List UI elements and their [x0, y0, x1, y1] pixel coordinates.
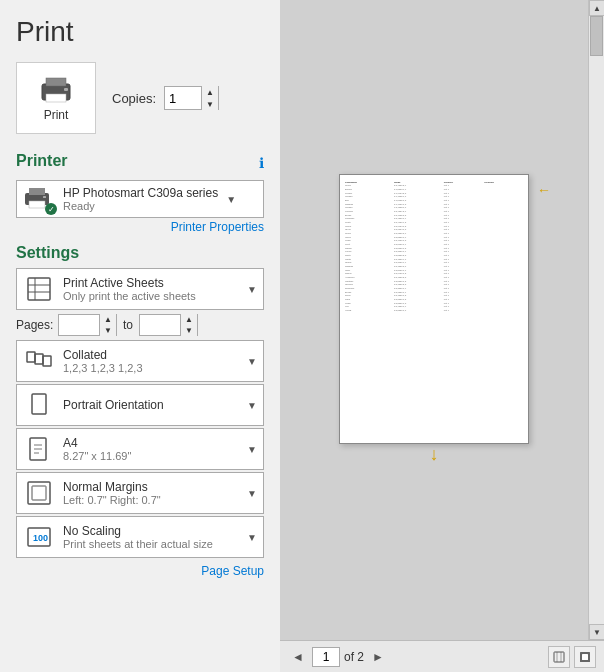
nav-next-btn[interactable]: ► — [368, 647, 388, 667]
setting-print-active-sheets[interactable]: Print Active Sheets Only print the activ… — [16, 268, 264, 310]
pages-from-up[interactable]: ▲ — [100, 314, 116, 325]
right-scrollbar[interactable]: ▲ ▼ — [588, 0, 604, 640]
pages-from-input[interactable] — [59, 318, 99, 332]
copies-spinner: ▲ ▼ — [201, 86, 218, 110]
copies-spin-up[interactable]: ▲ — [202, 86, 218, 98]
svg-rect-15 — [32, 394, 46, 414]
pages-from-wrap: ▲ ▼ — [58, 314, 117, 336]
copies-input[interactable] — [165, 91, 201, 106]
scroll-down-btn[interactable]: ▼ — [589, 624, 604, 640]
fit-page-btn[interactable] — [548, 646, 570, 668]
copies-input-wrap: ▲ ▼ — [164, 86, 219, 110]
scaling-icon: 100 — [23, 521, 55, 553]
printer-ready-badge: ✓ — [45, 203, 57, 215]
printer-name-area: HP Photosmart C309a series Ready — [63, 186, 218, 212]
portrait-text: Portrait Orientation — [63, 398, 239, 412]
collated-sub: 1,2,3 1,2,3 1,2,3 — [63, 362, 239, 374]
arrow-indicator: ← — [537, 182, 551, 198]
scaling-arrow: ▼ — [247, 532, 257, 543]
setting-paper-size[interactable]: A4 8.27" x 11.69" ▼ — [16, 428, 264, 470]
pages-to-label: to — [123, 318, 133, 332]
print-button-label: Print — [44, 108, 69, 122]
print-active-sheets-main: Print Active Sheets — [63, 276, 239, 290]
preview-table: LastName Sales Country Counter Jones9.5,… — [344, 181, 524, 313]
printer-name: HP Photosmart C309a series — [63, 186, 218, 200]
left-panel: Print Print Copies: ▲ ▼ — [0, 0, 280, 672]
scroll-track — [589, 16, 604, 624]
collated-arrow: ▼ — [247, 356, 257, 367]
nav-right — [548, 646, 596, 668]
pages-from-spinner: ▲ ▼ — [99, 314, 116, 336]
svg-text:100: 100 — [33, 533, 48, 543]
print-button[interactable]: Print — [16, 62, 96, 134]
copies-area: Copies: ▲ ▼ — [112, 86, 219, 110]
nav-prev-btn[interactable]: ◄ — [288, 647, 308, 667]
nav-left: ◄ of 2 ► — [288, 647, 388, 667]
preview-wrapper: LastName Sales Country Counter Jones9.5,… — [339, 174, 529, 444]
pages-to-up[interactable]: ▲ — [181, 314, 197, 325]
print-active-sheets-arrow: ▼ — [247, 284, 257, 295]
setting-portrait[interactable]: Portrait Orientation ▼ — [16, 384, 264, 426]
printer-select-dropdown[interactable]: ✓ HP Photosmart C309a series Ready ▼ — [16, 180, 264, 218]
margins-arrow: ▼ — [247, 488, 257, 499]
svg-rect-20 — [28, 482, 50, 504]
svg-rect-3 — [64, 88, 68, 91]
collate-icon — [23, 345, 55, 377]
printer-properties-link[interactable]: Printer Properties — [16, 220, 264, 234]
svg-rect-6 — [29, 201, 45, 208]
down-arrow-indicator: ↓ — [430, 444, 439, 465]
copies-label: Copies: — [112, 91, 156, 106]
copies-spin-down[interactable]: ▼ — [202, 98, 218, 110]
print-active-sheets-text: Print Active Sheets Only print the activ… — [63, 276, 239, 302]
settings-title: Settings — [16, 244, 264, 262]
pages-to-down[interactable]: ▼ — [181, 325, 197, 336]
pages-from-down[interactable]: ▼ — [100, 325, 116, 336]
of-pages-text: of 2 — [344, 650, 364, 664]
zoom-page-btn[interactable] — [574, 646, 596, 668]
setting-collated[interactable]: Collated 1,2,3 1,2,3 1,2,3 ▼ — [16, 340, 264, 382]
margins-text: Normal Margins Left: 0.7" Right: 0.7" — [63, 480, 239, 506]
pages-to-spinner: ▲ ▼ — [180, 314, 197, 336]
collated-main: Collated — [63, 348, 239, 362]
paper-size-arrow: ▼ — [247, 444, 257, 455]
paper-icon — [23, 433, 55, 465]
setting-margins[interactable]: Normal Margins Left: 0.7" Right: 0.7" ▼ — [16, 472, 264, 514]
printer-section-header: Printer ℹ — [16, 148, 264, 178]
portrait-icon — [23, 389, 55, 421]
copies-row: Copies: ▲ ▼ — [112, 86, 219, 110]
scroll-up-btn[interactable]: ▲ — [589, 0, 604, 16]
paper-size-sub: 8.27" x 11.69" — [63, 450, 239, 462]
pages-label: Pages: — [16, 318, 52, 332]
svg-rect-5 — [29, 188, 45, 195]
svg-rect-12 — [27, 352, 35, 362]
printer-section-title: Printer — [16, 152, 68, 170]
page-title: Print — [16, 16, 264, 48]
svg-rect-8 — [28, 278, 50, 300]
right-panel: ▲ ▼ LastName Sales Country Counter — [280, 0, 604, 672]
page-number-input[interactable] — [312, 647, 340, 667]
printer-icon-area: ✓ — [23, 185, 55, 213]
pages-to-wrap: ▲ ▼ — [139, 314, 198, 336]
print-area: Print Copies: ▲ ▼ — [16, 62, 264, 134]
pages-to-input[interactable] — [140, 318, 180, 332]
pages-row: Pages: ▲ ▼ to ▲ ▼ — [16, 312, 264, 338]
svg-rect-1 — [46, 78, 66, 86]
setting-scaling[interactable]: 100 No Scaling Print sheets at their act… — [16, 516, 264, 558]
preview-container: LastName Sales Country Counter Jones9.5,… — [280, 0, 604, 640]
print-active-sheets-sub: Only print the active sheets — [63, 290, 239, 302]
paper-size-main: A4 — [63, 436, 239, 450]
margins-main: Normal Margins — [63, 480, 239, 494]
svg-rect-7 — [43, 196, 46, 198]
svg-rect-2 — [46, 94, 66, 102]
page-setup-link[interactable]: Page Setup — [16, 564, 264, 578]
printer-status: Ready — [63, 200, 218, 212]
portrait-main: Portrait Orientation — [63, 398, 239, 412]
svg-rect-14 — [43, 356, 51, 366]
scroll-thumb — [590, 16, 603, 56]
svg-rect-21 — [32, 486, 46, 500]
printer-info-icon[interactable]: ℹ — [259, 155, 264, 171]
margins-icon — [23, 477, 55, 509]
scaling-sub: Print sheets at their actual size — [63, 538, 239, 550]
table-row: Young0.5,6882.2,2Cnt 1 — [344, 309, 524, 313]
portrait-arrow: ▼ — [247, 400, 257, 411]
